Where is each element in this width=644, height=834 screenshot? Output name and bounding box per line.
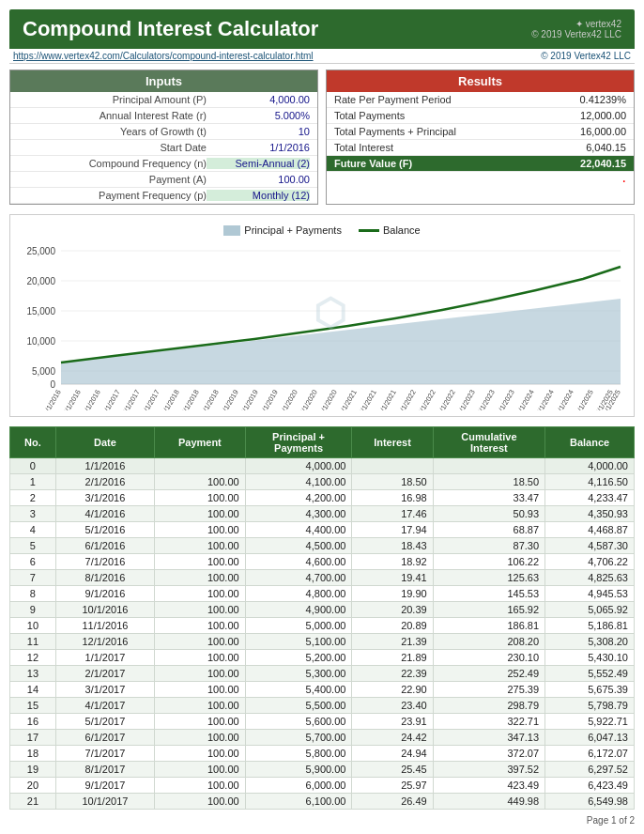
table-cell: 18.92	[352, 554, 433, 570]
table-row: 12/1/2016100.004,100.0018.5018.504,116.5…	[10, 474, 635, 490]
results-panel: Results Rate Per Payment Period 0.41239%…	[326, 70, 635, 205]
table-row: 176/1/2017100.005,700.0024.42347.136,047…	[10, 730, 635, 746]
input-value-1: 5.000%	[207, 110, 310, 121]
table-cell: 100.00	[155, 618, 246, 634]
svg-text:9/1/2023: 9/1/2023	[495, 389, 515, 411]
table-cell: 21	[10, 794, 56, 810]
table-row: 45/1/2016100.004,400.0017.9468.874,468.8…	[10, 522, 635, 538]
svg-text:15,000: 15,000	[26, 306, 55, 317]
table-cell: 230.10	[433, 650, 544, 666]
table-row: 34/1/2016100.004,300.0017.4650.934,350.9…	[10, 506, 635, 522]
svg-text:20,000: 20,000	[26, 276, 55, 286]
table-row: 1011/1/2016100.005,000.0020.89186.815,18…	[10, 618, 635, 634]
table-cell: 1/1/2016	[55, 458, 154, 474]
svg-text:5/1/2024: 5/1/2024	[534, 389, 555, 411]
table-row: 910/1/2016100.004,900.0020.39165.925,065…	[10, 602, 635, 618]
table-cell: 449.98	[433, 794, 544, 810]
table-cell: 19.41	[352, 570, 433, 586]
result-label-3: Total Interest	[334, 142, 393, 153]
svg-text:5/1/2018: 5/1/2018	[179, 389, 200, 411]
table-cell: 100.00	[155, 538, 246, 554]
table-cell: 9/1/2016	[55, 586, 154, 602]
input-label-1: Annual Interest Rate (r)	[18, 110, 207, 121]
svg-text:5/1/2019: 5/1/2019	[238, 389, 259, 411]
result-label-1: Total Payments	[334, 110, 405, 121]
table-cell: 23.40	[352, 698, 433, 714]
table-cell: 100.00	[155, 778, 246, 794]
table-cell: 12	[10, 650, 56, 666]
table-cell: 165.92	[433, 602, 544, 618]
table-cell: 100.00	[155, 794, 246, 810]
table-cell: 100.00	[155, 474, 246, 490]
table-cell: 4,600.00	[245, 554, 352, 570]
table-cell: 22.90	[352, 682, 433, 698]
table-row: 01/1/20164,000.004,000.00	[10, 458, 635, 474]
table-cell: 4/1/2016	[55, 506, 154, 522]
table-row: 56/1/2016100.004,500.0018.4387.304,587.3…	[10, 538, 635, 554]
table-cell: 5	[10, 538, 56, 554]
table-cell	[155, 458, 246, 474]
table-cell: 3	[10, 506, 56, 522]
svg-text:9/1/2022: 9/1/2022	[436, 389, 456, 411]
table-row: 23/1/2016100.004,200.0016.9833.474,233.4…	[10, 490, 635, 506]
table-cell: 15	[10, 698, 56, 714]
url-link[interactable]: https://www.vertex42.com/Calculators/com…	[13, 51, 314, 61]
input-value-3: 1/1/2016	[207, 142, 310, 153]
table-cell: 208.20	[433, 634, 544, 650]
result-label-0: Rate Per Payment Period	[334, 94, 452, 105]
page-footer: Page 1 of 2	[9, 815, 635, 826]
table-cell: 100.00	[155, 714, 246, 730]
input-label-2: Years of Growth (t)	[18, 126, 207, 137]
chart-x-labels: 1/1/2016 5/1/2016 9/1/2016 1/1/2017 5/1/…	[41, 389, 621, 411]
table-cell: 5,900.00	[245, 762, 352, 778]
svg-text:9/1/2016: 9/1/2016	[81, 389, 101, 411]
table-cell: 18.50	[433, 474, 544, 490]
svg-text:1/1/2018: 1/1/2018	[160, 389, 180, 411]
svg-text:9/1/2019: 9/1/2019	[258, 389, 279, 411]
table-cell: 18	[10, 746, 56, 762]
table-row: 165/1/2017100.005,600.0023.91322.715,922…	[10, 714, 635, 730]
svg-text:5/1/2016: 5/1/2016	[61, 389, 82, 411]
table-cell: 7/1/2017	[55, 746, 154, 762]
table-cell: 4,116.50	[545, 474, 635, 490]
svg-text:9/1/2024: 9/1/2024	[554, 389, 575, 411]
table-cell: 26.49	[352, 794, 433, 810]
legend-line-balance	[359, 229, 379, 232]
table-cell: 100.00	[155, 506, 246, 522]
table-cell: 106.22	[433, 554, 544, 570]
table-cell: 4,200.00	[245, 490, 352, 506]
table-cell: 20.89	[352, 618, 433, 634]
table-cell: 2	[10, 490, 56, 506]
table-row: 154/1/2017100.005,500.0023.40298.795,798…	[10, 698, 635, 714]
svg-text:10,000: 10,000	[26, 336, 55, 347]
svg-text:1/1/2024: 1/1/2024	[514, 389, 535, 411]
input-value-5: 100.00	[207, 174, 310, 185]
table-cell: 5,100.00	[245, 634, 352, 650]
table-cell: 6,297.52	[545, 762, 635, 778]
th-payment: Payment	[155, 427, 246, 458]
legend-label-balance: Balance	[383, 224, 421, 236]
input-row-5: Payment (A) 100.00	[10, 172, 317, 188]
logo: ✦ vertex42 © 2019 Vertex42 LLC	[531, 19, 621, 39]
input-label-5: Payment (A)	[18, 174, 207, 185]
table-cell: 11	[10, 634, 56, 650]
table-cell: 1	[10, 474, 56, 490]
table-cell: 4/1/2017	[55, 698, 154, 714]
table-cell: 24.94	[352, 746, 433, 762]
th-interest: Interest	[352, 427, 433, 458]
svg-text:5/1/2020: 5/1/2020	[298, 389, 318, 411]
table-cell: 100.00	[155, 650, 246, 666]
svg-text:1/1/2016: 1/1/2016	[41, 389, 62, 411]
legend-balance: Balance	[359, 224, 421, 236]
input-label-0: Principal Amount (P)	[18, 94, 207, 105]
table-cell: 100.00	[155, 762, 246, 778]
table-cell: 372.07	[433, 746, 544, 762]
legend-principal: Principal + Payments	[223, 224, 342, 236]
table-cell: 4,825.63	[545, 570, 635, 586]
table-cell: 423.49	[433, 778, 544, 794]
table-cell: 16.98	[352, 490, 433, 506]
table-cell: 4,100.00	[245, 474, 352, 490]
result-label-2: Total Payments + Principal	[334, 126, 456, 137]
table-row: 89/1/2016100.004,800.0019.90145.534,945.…	[10, 586, 635, 602]
th-date: Date	[55, 427, 154, 458]
